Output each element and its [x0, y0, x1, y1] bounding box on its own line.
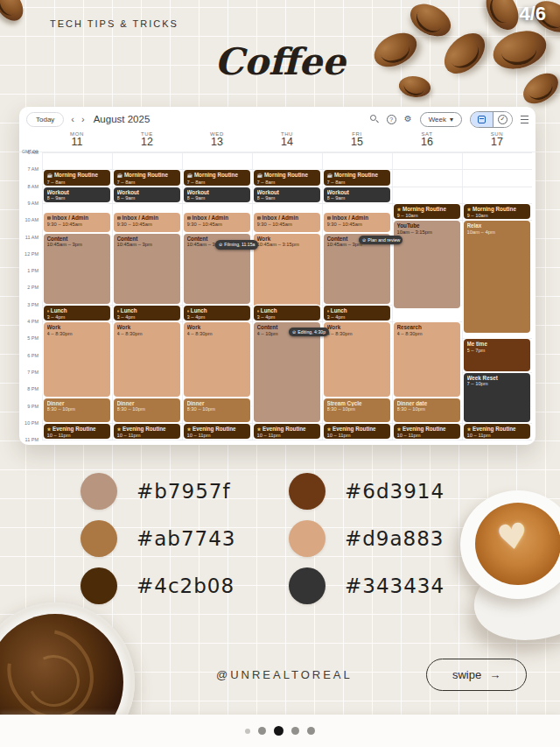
event-title: ☕Morning Routine: [117, 172, 178, 180]
event[interactable]: Workout8 – 9am: [254, 187, 320, 202]
event[interactable]: Work4 – 8:30pm: [324, 322, 390, 397]
calendar-view-icon[interactable]: [471, 112, 493, 127]
day-number[interactable]: 17: [462, 137, 532, 148]
coffee-bean-icon: [0, 0, 29, 26]
event[interactable]: ✉Inbox / Admin9:30 – 10:45am: [254, 213, 320, 232]
event-chip[interactable]: ⊘Editing, 4:30p: [289, 328, 329, 337]
event[interactable]: Content10:45am – 3pm: [114, 234, 180, 304]
event[interactable]: Research4 – 8:30pm: [394, 322, 460, 397]
event[interactable]: Week Reset7 – 10pm: [464, 373, 530, 422]
event[interactable]: Dinner8:30 – 10pm: [184, 398, 250, 422]
arrow-right-icon: →: [489, 668, 500, 681]
event[interactable]: ★Evening Routine10 – 11pm: [184, 424, 250, 439]
event[interactable]: ☕Morning Routine7 – 8am: [184, 170, 250, 185]
event[interactable]: Content10:45am – 3pm: [44, 234, 110, 304]
day-number[interactable]: 15: [322, 137, 392, 148]
event[interactable]: Work4 – 8:30pm: [44, 322, 110, 397]
event[interactable]: Work4 – 8:30pm: [114, 322, 180, 397]
event-chip[interactable]: ⊘Filming, 11:15a: [215, 240, 258, 250]
event[interactable]: ★Evening Routine10 – 11pm: [464, 424, 530, 439]
event[interactable]: ✉Inbox / Admin9:30 – 10:45am: [184, 213, 250, 232]
today-button[interactable]: Today: [26, 112, 64, 127]
event[interactable]: ✉Inbox / Admin9:30 – 10:45am: [44, 213, 110, 232]
event-title: Relax: [467, 222, 528, 229]
view-toggle[interactable]: ✓: [470, 111, 513, 128]
event[interactable]: ☕Morning Routine7 – 8am: [114, 170, 180, 185]
event[interactable]: ☕Morning Routine7 – 8am: [44, 170, 110, 185]
view-dropdown[interactable]: Week ▾: [420, 112, 462, 127]
event-title: Dinner date: [397, 400, 458, 407]
event[interactable]: ★Evening Routine10 – 11pm: [254, 424, 320, 439]
event[interactable]: ✉Inbox / Admin9:30 – 10:45am: [324, 213, 390, 232]
event[interactable]: ★Morning Routine9 – 10am: [464, 204, 530, 219]
carousel-dot[interactable]: [307, 727, 315, 735]
carousel-dot[interactable]: [245, 729, 250, 734]
coffee-icon: ☕: [117, 173, 123, 178]
event[interactable]: Dinner8:30 – 10pm: [114, 398, 180, 422]
event-title: ★Morning Routine: [467, 206, 528, 214]
event[interactable]: ♦Lunch3 – 4pm: [254, 306, 320, 321]
event[interactable]: Me time5 – 7pm: [464, 339, 530, 371]
event-title: Dinner: [117, 400, 178, 407]
event[interactable]: Work4 – 8:30pm: [184, 322, 250, 397]
event-chip[interactable]: ⊘Plan and review: [359, 236, 402, 245]
event[interactable]: ♦Lunch3 – 4pm: [324, 306, 390, 321]
apps-grid-icon[interactable]: [521, 116, 528, 123]
event[interactable]: Workout8 – 9am: [114, 187, 180, 202]
event[interactable]: Work10:45am – 3:15pm: [254, 234, 320, 308]
star-icon: ★: [467, 207, 472, 212]
event[interactable]: ☕Morning Routine7 – 8am: [254, 170, 320, 185]
event[interactable]: Dinner8:30 – 10pm: [44, 398, 110, 422]
event-time: 10 – 11pm: [467, 433, 528, 439]
event[interactable]: ✉Inbox / Admin9:30 – 10:45am: [114, 213, 180, 232]
event-title: ★Evening Routine: [397, 426, 458, 433]
event-time: 8:30 – 10pm: [187, 406, 248, 412]
chevron-left-icon[interactable]: ‹: [71, 115, 74, 124]
event[interactable]: ♦Lunch3 – 4pm: [44, 306, 110, 321]
day-number[interactable]: 14: [252, 137, 322, 148]
event[interactable]: ★Evening Routine10 – 11pm: [394, 424, 460, 439]
event[interactable]: YouTube10am – 3:15pm: [394, 221, 460, 307]
day-number[interactable]: 12: [112, 137, 182, 148]
day-number[interactable]: 11: [42, 137, 112, 148]
tasks-view-icon[interactable]: ✓: [493, 112, 512, 127]
star-icon: ★: [47, 426, 52, 432]
day-number[interactable]: 16: [392, 137, 462, 148]
time-label: 4 PM: [19, 319, 38, 324]
carousel-dot[interactable]: [291, 727, 299, 735]
event[interactable]: Relax10am – 4pm: [464, 221, 530, 333]
event-time: 9:30 – 10:45am: [257, 222, 318, 228]
event-time: 8 – 9am: [117, 195, 178, 201]
event[interactable]: Stream Cycle8:30 – 10pm: [324, 398, 390, 422]
day-number[interactable]: 13: [182, 137, 252, 148]
event-time: 8:30 – 10pm: [47, 406, 108, 412]
event[interactable]: ★Evening Routine10 – 11pm: [324, 424, 390, 439]
event[interactable]: ★Evening Routine10 – 11pm: [114, 424, 180, 439]
carousel-dot[interactable]: [258, 727, 266, 735]
page: TECH TIPS & TRICKS 4/6 Coffee Today ‹ › …: [0, 0, 560, 747]
event[interactable]: Content4 – 10pm: [254, 322, 320, 422]
search-icon[interactable]: [370, 115, 379, 123]
event-title: Research: [397, 324, 458, 331]
event[interactable]: ★Evening Routine10 – 11pm: [44, 424, 110, 439]
swipe-button[interactable]: swipe →: [426, 659, 527, 691]
day-header: WED13: [182, 131, 252, 152]
event[interactable]: ☕Morning Routine7 – 8am: [324, 170, 390, 185]
coffee-icon: ☕: [187, 173, 193, 178]
carousel-dot[interactable]: [274, 726, 284, 736]
event[interactable]: Dinner date8:30 – 10pm: [394, 398, 460, 422]
event[interactable]: Workout8 – 9am: [324, 187, 390, 202]
settings-gear-icon[interactable]: ⚙: [404, 115, 412, 123]
help-icon[interactable]: ?: [387, 115, 396, 124]
coffee-icon: ☕: [327, 173, 333, 178]
meal-icon: ♦: [117, 308, 120, 314]
mail-icon: ✉: [117, 215, 122, 221]
event[interactable]: Workout8 – 9am: [184, 187, 250, 202]
event-time: 8 – 9am: [327, 195, 388, 201]
event[interactable]: ♦Lunch3 – 4pm: [184, 306, 250, 321]
meal-icon: ♦: [327, 308, 330, 314]
event[interactable]: Workout8 – 9am: [44, 187, 110, 202]
event[interactable]: ★Morning Routine9 – 10am: [394, 204, 460, 219]
event[interactable]: ♦Lunch3 – 4pm: [114, 306, 180, 321]
chevron-right-icon[interactable]: ›: [81, 115, 85, 124]
